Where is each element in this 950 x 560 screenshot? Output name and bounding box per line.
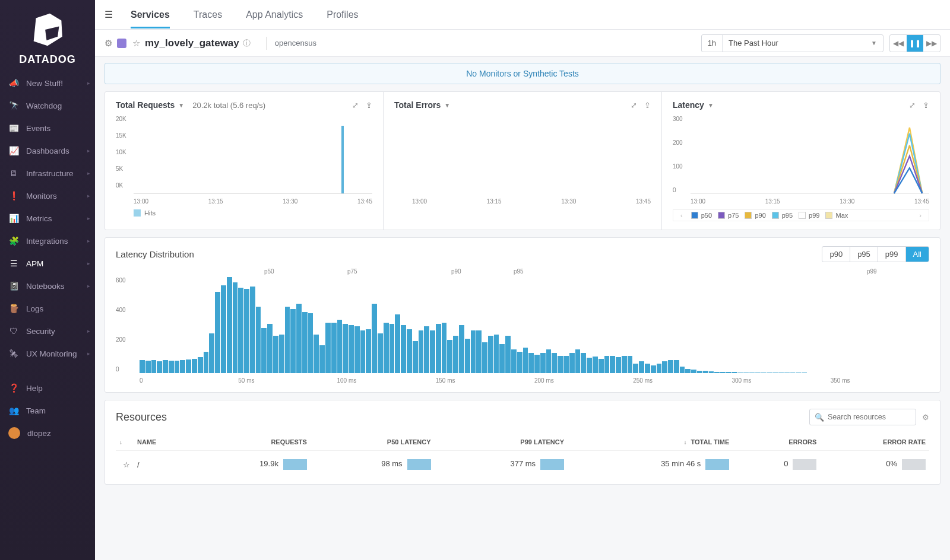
star-icon[interactable]: ☆ bbox=[116, 451, 134, 470]
nav-icon: 📰 bbox=[8, 123, 19, 133]
legend-item-p90[interactable]: p90 bbox=[745, 212, 765, 219]
nav-icon: ☰ bbox=[8, 259, 19, 268]
pmark-p50: p50 bbox=[264, 268, 274, 275]
resource-errors: 0 bbox=[733, 451, 820, 470]
info-icon[interactable]: ⓘ bbox=[243, 38, 251, 49]
time-short: 1h bbox=[702, 35, 723, 52]
pause-button[interactable]: ❚❚ bbox=[907, 35, 923, 52]
chevron-right-icon: ▸ bbox=[87, 215, 90, 221]
latency-legend[interactable]: ‹ p50p75p90p95p99Max › bbox=[673, 209, 929, 221]
search-resources-input[interactable] bbox=[828, 413, 911, 421]
monitors-banner-link[interactable]: No Monitors or Synthetic Tests bbox=[466, 69, 579, 78]
nav-icon: 📣 bbox=[8, 78, 19, 88]
chevron-right-icon: ▸ bbox=[87, 328, 90, 334]
star-icon[interactable]: ☆ bbox=[132, 38, 140, 49]
nav-monitors[interactable]: ❗Monitors▸ bbox=[0, 184, 95, 207]
nav-integrations[interactable]: 🧩Integrations▸ bbox=[0, 230, 95, 252]
forward-button[interactable]: ▶▶ bbox=[923, 35, 940, 52]
expand-icon[interactable]: ⤢ bbox=[631, 101, 637, 110]
nav-watchdog[interactable]: 🔭Watchdog bbox=[0, 94, 95, 117]
export-icon[interactable]: ⇪ bbox=[366, 101, 372, 110]
chevron-down-icon: ▼ bbox=[865, 40, 883, 46]
gear-icon[interactable]: ⚙ bbox=[922, 413, 929, 422]
chevron-right-icon: ▸ bbox=[87, 148, 90, 154]
nav-bottom: ❓Help👥Teamdlopez bbox=[0, 377, 95, 444]
rewind-button[interactable]: ◀◀ bbox=[890, 35, 907, 52]
tab-profiles[interactable]: Profiles bbox=[327, 2, 358, 27]
pmark-p99: p99 bbox=[867, 268, 877, 275]
nav-icon: ❗ bbox=[8, 191, 19, 201]
nav-infrastructure[interactable]: 🖥Infrastructure▸ bbox=[0, 162, 95, 184]
tab-app-analytics[interactable]: App Analytics bbox=[246, 2, 303, 27]
legend-item-p99[interactable]: p99 bbox=[799, 212, 819, 219]
nav-icon: 🔭 bbox=[8, 101, 19, 110]
nav-events[interactable]: 📰Events bbox=[0, 117, 95, 139]
nav-icon: 📓 bbox=[8, 281, 19, 291]
percentile-all[interactable]: All bbox=[906, 247, 929, 262]
logo[interactable]: DATADOG bbox=[0, 0, 95, 72]
expand-icon[interactable]: ⤢ bbox=[909, 101, 916, 110]
col-requests[interactable]: REQUESTS bbox=[191, 434, 311, 451]
time-label: The Past Hour bbox=[723, 39, 865, 47]
nav-dlopez[interactable]: dlopez bbox=[0, 422, 95, 444]
nav-metrics[interactable]: 📊Metrics▸ bbox=[0, 207, 95, 230]
panel-total-errors: Total Errors▼ ⤢ ⇪ 13:0013:1513:3013:45 bbox=[384, 92, 662, 230]
service-name: my_lovely_gateway bbox=[145, 37, 239, 49]
total-errors-title[interactable]: Total Errors▼ bbox=[394, 100, 450, 110]
legend-item-max[interactable]: Max bbox=[825, 212, 848, 219]
col-name[interactable]: NAME bbox=[134, 434, 191, 451]
total-errors-chart[interactable]: 13:0013:1513:3013:45 bbox=[394, 116, 651, 205]
nav-icon: 📈 bbox=[8, 146, 19, 155]
expand-icon[interactable]: ⤢ bbox=[352, 101, 359, 110]
percentile-p90[interactable]: p90 bbox=[822, 247, 850, 262]
nav-icon: 🖥 bbox=[8, 168, 19, 178]
top-tabs: ☰ ServicesTracesApp AnalyticsProfiles bbox=[95, 0, 950, 30]
chevron-right-icon: ▸ bbox=[87, 351, 90, 357]
settings-icon[interactable]: ⚙ bbox=[104, 38, 112, 49]
nav-new-stuff-[interactable]: 📣New Stuff!▸ bbox=[0, 72, 95, 94]
legend-item-p50[interactable]: p50 bbox=[691, 212, 712, 219]
nav-ux-monitoring[interactable]: 🛰UX Monitoring▸ bbox=[0, 342, 95, 365]
filter-icon[interactable]: ☰ bbox=[104, 9, 113, 20]
search-icon: 🔍 bbox=[815, 413, 824, 422]
latency-title[interactable]: Latency▼ bbox=[673, 100, 714, 110]
table-row[interactable]: ☆ / 19.9k 98 ms 377 ms 35 min 46 s 0 0% bbox=[116, 451, 929, 470]
total-requests-chart[interactable]: 20K15K10K5K0K 13:0013:1513:3013:45 bbox=[116, 116, 372, 205]
legend-next[interactable]: › bbox=[916, 212, 925, 219]
chevron-right-icon: ▸ bbox=[87, 170, 90, 176]
latency-distribution-chart[interactable]: 6004002000 p50p75p90p95p99 050 ms100 ms1… bbox=[116, 268, 929, 384]
legend-item-p75[interactable]: p75 bbox=[718, 212, 739, 219]
percentile-buttons: p90p95p99All bbox=[822, 246, 929, 262]
legend-item-p95[interactable]: p95 bbox=[772, 212, 793, 219]
resources-title: Resources bbox=[116, 411, 167, 424]
tab-traces[interactable]: Traces bbox=[194, 2, 222, 27]
export-icon[interactable]: ⇪ bbox=[923, 101, 929, 110]
latency-chart[interactable]: 3002001000 13:0013:1513:3013:45 bbox=[673, 116, 929, 205]
nav-notebooks[interactable]: 📓Notebooks▸ bbox=[0, 275, 95, 297]
sort-indicator[interactable]: ↓ bbox=[116, 434, 134, 451]
col-total-time[interactable]: ↓ TOTAL TIME bbox=[568, 434, 733, 451]
export-icon[interactable]: ⇪ bbox=[644, 101, 651, 110]
resource-p50: 98 ms bbox=[311, 451, 435, 470]
resources-table: ↓NAMEREQUESTSP50 LATENCYP99 LATENCY↓ TOT… bbox=[116, 434, 929, 470]
search-resources[interactable]: 🔍 bbox=[809, 409, 916, 425]
avatar bbox=[8, 427, 20, 439]
col-p99-latency[interactable]: P99 LATENCY bbox=[435, 434, 568, 451]
nav-logs[interactable]: 🪵Logs bbox=[0, 297, 95, 320]
col-errors[interactable]: ERRORS bbox=[733, 434, 820, 451]
time-range-picker[interactable]: 1h The Past Hour ▼ bbox=[701, 34, 884, 52]
nav-team[interactable]: 👥Team bbox=[0, 399, 95, 422]
total-requests-title[interactable]: Total Requests▼ bbox=[116, 100, 184, 110]
legend-prev[interactable]: ‹ bbox=[677, 212, 686, 219]
nav-dashboards[interactable]: 📈Dashboards▸ bbox=[0, 139, 95, 162]
nav-apm[interactable]: ☰APM▸ bbox=[0, 252, 95, 275]
chevron-down-icon: ▼ bbox=[708, 102, 714, 109]
col-p50-latency[interactable]: P50 LATENCY bbox=[311, 434, 435, 451]
percentile-p99[interactable]: p99 bbox=[878, 247, 906, 262]
tab-services[interactable]: Services bbox=[131, 2, 170, 28]
col-error-rate[interactable]: ERROR RATE bbox=[820, 434, 929, 451]
nav-security[interactable]: 🛡Security▸ bbox=[0, 320, 95, 342]
nav-help[interactable]: ❓Help bbox=[0, 377, 95, 399]
percentile-p95[interactable]: p95 bbox=[850, 247, 878, 262]
monitors-banner[interactable]: No Monitors or Synthetic Tests bbox=[104, 63, 940, 84]
